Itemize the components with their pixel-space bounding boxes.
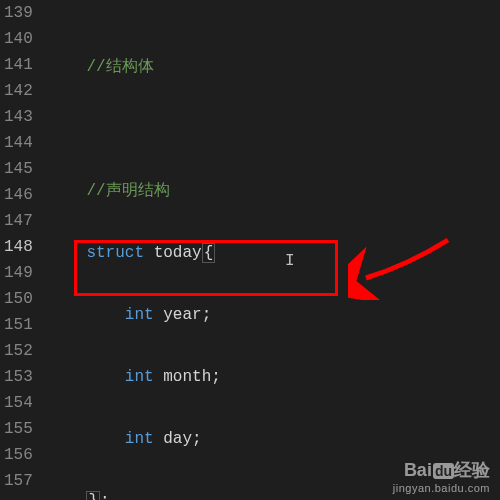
punct: ; [192, 430, 202, 448]
code-line: }; [48, 488, 500, 500]
line-number: 157 [4, 468, 30, 494]
keyword: int [125, 430, 154, 448]
code-editor[interactable]: 1391401411421431441451461471481491501511… [0, 0, 500, 500]
code-line: int day; [48, 426, 500, 452]
line-number: 147 [4, 208, 30, 234]
line-number-gutter: 1391401411421431441451461471481491501511… [0, 0, 48, 500]
identifier: month [163, 368, 211, 386]
code-line: //结构体 [48, 54, 500, 80]
line-number: 156 [4, 442, 30, 468]
keyword: struct [86, 244, 144, 262]
code-line: //声明结构 [48, 178, 500, 204]
comment-text: //结构体 [86, 58, 153, 76]
keyword: int [125, 306, 154, 324]
comment-text: //声明结构 [86, 182, 169, 200]
line-number: 141 [4, 52, 30, 78]
line-number: 148 [4, 234, 30, 260]
line-number: 139 [4, 0, 30, 26]
code-line [48, 116, 500, 142]
brace-open: { [202, 243, 216, 263]
code-area[interactable]: //结构体 //声明结构 struct today{ int year; int… [48, 0, 500, 500]
identifier: day [163, 430, 192, 448]
punct: ; [202, 306, 212, 324]
line-number: 143 [4, 104, 30, 130]
punct: ; [211, 368, 221, 386]
line-number: 149 [4, 260, 30, 286]
line-number: 150 [4, 286, 30, 312]
type-name: today [154, 244, 202, 262]
brace-close: } [86, 491, 100, 500]
line-number: 151 [4, 312, 30, 338]
line-number: 152 [4, 338, 30, 364]
line-number: 144 [4, 130, 30, 156]
punct: ; [100, 492, 110, 500]
line-number: 154 [4, 390, 30, 416]
code-line: int month; [48, 364, 500, 390]
line-number: 145 [4, 156, 30, 182]
line-number: 153 [4, 364, 30, 390]
code-line: int year; [48, 302, 500, 328]
line-number: 140 [4, 26, 30, 52]
line-number: 146 [4, 182, 30, 208]
line-number: 142 [4, 78, 30, 104]
identifier: year [163, 306, 201, 324]
code-line: struct today{ [48, 240, 500, 266]
line-number: 155 [4, 416, 30, 442]
keyword: int [125, 368, 154, 386]
